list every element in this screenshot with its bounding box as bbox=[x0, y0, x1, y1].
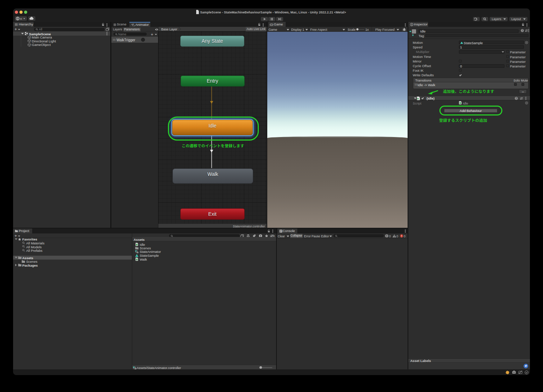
svg-text:?: ? bbox=[515, 97, 517, 100]
svg-text:?: ? bbox=[521, 29, 523, 32]
svg-text:H: H bbox=[20, 17, 22, 20]
